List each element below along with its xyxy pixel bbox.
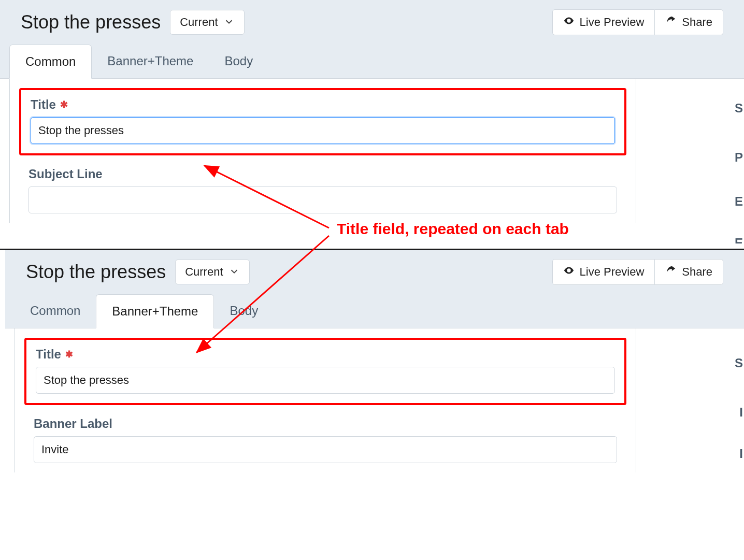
version-dropdown-label: Current [180, 16, 218, 29]
live-preview-label: Live Preview [580, 265, 645, 279]
chevron-down-icon [228, 266, 240, 279]
tab-body[interactable]: Body [214, 294, 274, 328]
title-input[interactable] [31, 117, 615, 144]
sidebar-letter: E [735, 194, 743, 209]
share-button[interactable]: Share [655, 9, 723, 35]
svg-point-1 [568, 269, 570, 271]
form-area-banner: Title ✱ Banner Label [15, 328, 636, 472]
title-label-text: Title [31, 97, 56, 112]
tab-body[interactable]: Body [209, 45, 268, 78]
page-header-1: Stop the presses Current Live Preview [0, 0, 744, 45]
required-asterisk-icon: ✱ [60, 100, 68, 109]
eye-icon [563, 265, 575, 279]
sidebar-letter: S [735, 356, 743, 370]
sidebar-letter: E [735, 236, 743, 243]
page-title: Stop the presses [21, 11, 161, 33]
tab-banner-theme[interactable]: Banner+Theme [92, 45, 209, 78]
annotation-highlight-box-2: Title ✱ [24, 338, 626, 405]
page-header-2: Stop the presses Current Live Preview [5, 250, 744, 294]
eye-icon [563, 15, 575, 30]
version-dropdown-label: Current [185, 265, 223, 279]
title-label-text: Title [36, 347, 61, 362]
banner-label-input[interactable] [34, 436, 617, 463]
tabs-row: Common Banner+Theme Body [0, 45, 744, 79]
tabs-row: Common Banner+Theme Body [5, 294, 744, 328]
subject-line-input[interactable] [28, 186, 617, 213]
live-preview-button[interactable]: Live Preview [552, 9, 655, 35]
svg-point-0 [568, 20, 570, 22]
version-dropdown[interactable]: Current [175, 260, 249, 284]
tab-common[interactable]: Common [9, 45, 92, 79]
sidebar-letter: I [739, 405, 743, 420]
subject-line-label: Subject Line [28, 167, 617, 181]
annotation-text: Title field, repeated on each tab [337, 220, 569, 238]
live-preview-label: Live Preview [580, 16, 645, 29]
share-button[interactable]: Share [655, 259, 723, 285]
chevron-down-icon [223, 16, 235, 29]
page-title: Stop the presses [26, 261, 166, 283]
sidebar-letter: S [735, 101, 743, 116]
title-field-label: Title ✱ [31, 97, 615, 112]
annotation-highlight-box-1: Title ✱ [19, 88, 626, 155]
required-asterisk-icon: ✱ [65, 350, 73, 359]
title-field-label: Title ✱ [36, 347, 615, 362]
tab-common[interactable]: Common [15, 294, 96, 328]
banner-label-label: Banner Label [34, 417, 617, 431]
share-icon [665, 15, 677, 30]
live-preview-button[interactable]: Live Preview [552, 259, 655, 285]
share-label: Share [682, 265, 712, 279]
sidebar-letter: I [739, 447, 743, 461]
form-area-common: Title ✱ Subject Line [9, 79, 636, 223]
share-icon [665, 265, 677, 279]
sidebar-letter: P [735, 150, 743, 165]
version-dropdown[interactable]: Current [170, 10, 244, 35]
tab-banner-theme[interactable]: Banner+Theme [96, 294, 214, 328]
title-input[interactable] [36, 367, 615, 394]
share-label: Share [682, 16, 712, 29]
